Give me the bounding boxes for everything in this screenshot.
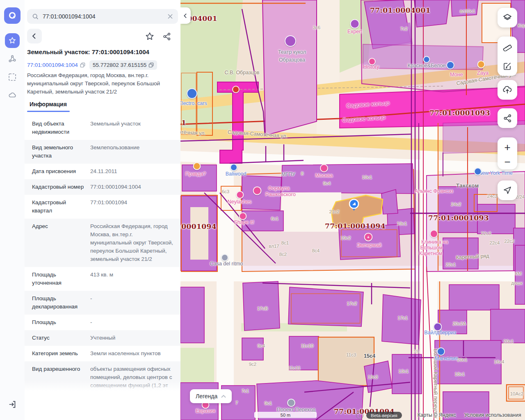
- table-row: Кадастровый квартал 77:01:0001094: [25, 195, 180, 219]
- page-title: Земельный участок: 77:01:0001094:1004: [27, 48, 175, 55]
- legend-label: Легенда: [196, 393, 217, 399]
- attribute-label: Адрес: [32, 222, 85, 263]
- cadastral-number-value: 77:01:0001094:1004: [27, 62, 78, 68]
- ruler-icon: [502, 41, 512, 51]
- logo-bubble-icon: [7, 11, 17, 21]
- terms-of-use-link[interactable]: Условия использования: [464, 412, 521, 418]
- locate-button[interactable]: [498, 180, 517, 200]
- sidebar-item-objects[interactable]: [4, 51, 21, 67]
- tab-underline: [27, 111, 70, 112]
- attribute-label: Кадастровый квартал: [32, 199, 85, 215]
- sign-in-button[interactable]: [4, 396, 21, 413]
- zoom-out-button[interactable]: −: [498, 155, 517, 169]
- legend-button[interactable]: Легенда: [190, 389, 232, 403]
- info-icon[interactable]: i: [356, 412, 363, 419]
- upload-button[interactable]: [498, 80, 517, 100]
- star-icon: [8, 37, 16, 45]
- attribute-value: Российская Федерация, город Москва, вн.т…: [90, 222, 176, 263]
- table-row: Вид земельного участка Землепользование: [25, 140, 180, 164]
- map-copyright[interactable]: Карты © Яндекс: [418, 412, 456, 418]
- attribute-label: Площадь декларированная: [32, 294, 85, 311]
- cloud-icon: [8, 91, 17, 100]
- back-button[interactable]: [27, 29, 42, 43]
- attribute-value: 77:01:0001094: [90, 199, 176, 215]
- search-icon: [32, 13, 39, 20]
- share-nodes-icon: [503, 114, 512, 123]
- upload-control[interactable]: [498, 80, 517, 100]
- measure-button[interactable]: [498, 37, 517, 56]
- attribute-label: Статус: [32, 334, 85, 342]
- share-map-button[interactable]: [498, 108, 517, 128]
- copy-icon[interactable]: [80, 62, 85, 68]
- layers-control[interactable]: [498, 8, 517, 27]
- edit-icon: [502, 61, 512, 71]
- app-logo[interactable]: [4, 7, 21, 24]
- chevron-left-icon: [31, 33, 38, 39]
- attribute-value: Учтенный: [90, 334, 176, 342]
- map-canvas[interactable]: 77:01:000400177:01:000400177:01:00010937…: [180, 0, 525, 420]
- layers-button[interactable]: [498, 8, 517, 27]
- zoom-in-button[interactable]: +: [498, 137, 517, 157]
- clear-search-icon[interactable]: [167, 14, 173, 19]
- navigation-arrow-icon: [502, 185, 512, 195]
- table-row: Площадь -: [25, 315, 180, 330]
- chevron-up-icon: [221, 395, 226, 398]
- table-row: Площадь декларированная -: [25, 291, 180, 315]
- table-row: Адрес Российская Федерация, город Москва…: [25, 219, 180, 267]
- share-nodes-icon: [162, 32, 171, 41]
- attribute-value: 413 кв. м: [90, 271, 176, 287]
- parcel-info-panel: 77:01:0001094:1004 Земельный участок: 77…: [25, 0, 180, 420]
- attribute-label: Вид земельного участка: [32, 144, 85, 160]
- chevron-left-icon: [183, 13, 188, 18]
- dashed-square-icon: [8, 73, 16, 81]
- edit-button[interactable]: [498, 56, 517, 76]
- copy-icon[interactable]: [148, 62, 154, 68]
- star-icon: [145, 32, 155, 41]
- icon-rail: [0, 0, 25, 420]
- locate-control[interactable]: [498, 180, 517, 200]
- beta-badge: Beta-версия: [366, 412, 402, 419]
- share-button[interactable]: [162, 31, 172, 42]
- attributes-table: Вид объекта недвижимости Земельный участ…: [25, 116, 180, 393]
- attribute-label: Площадь уточненная: [32, 271, 85, 287]
- map-scale-bar: 50 m: [254, 412, 317, 418]
- attribute-value: 77:01:0001094:1004: [90, 183, 176, 191]
- sidebar-item-selection[interactable]: [4, 69, 21, 85]
- attribute-value: Землепользование: [90, 144, 176, 160]
- scale-label: 50 m: [281, 413, 290, 418]
- coordinates-chip[interactable]: 55.772802 37.615155: [89, 60, 157, 70]
- attribute-value: 24.11.2011: [90, 167, 176, 176]
- attribute-value: -: [90, 318, 176, 326]
- attribute-label: Дата присвоения: [32, 167, 85, 176]
- tools-control: [498, 37, 517, 76]
- table-row: Вид объекта недвижимости Земельный участ…: [25, 116, 180, 140]
- cadastral-number-chip[interactable]: 77:01:0001094:1004: [27, 62, 85, 68]
- polygon-nodes-icon: [8, 55, 17, 64]
- table-row: Статус Учтенный: [25, 330, 180, 346]
- zoom-control: + −: [498, 137, 517, 169]
- attribute-value: -: [90, 294, 176, 311]
- layers-icon: [502, 13, 512, 23]
- sign-in-icon: [8, 400, 17, 409]
- table-row: Площадь уточненная 413 кв. м: [25, 267, 180, 291]
- attribute-label: Кадастровый номер: [32, 183, 85, 191]
- table-row: Кадастровый номер 77:01:0001094:1004: [25, 179, 180, 195]
- share-map-control[interactable]: [498, 108, 517, 128]
- tab-information[interactable]: Информация: [30, 101, 67, 107]
- cloud-upload-icon: [502, 84, 513, 95]
- attribute-value: Земли населенных пунктов: [90, 349, 176, 358]
- sidebar-item-favorites[interactable]: [5, 33, 20, 48]
- search-bar[interactable]: 77:01:0001094:1004: [27, 9, 178, 24]
- cadastre-app: 77:01:0001094:1004 Земельный участок: 77…: [0, 0, 525, 420]
- sidebar-item-cloud[interactable]: [4, 87, 21, 103]
- attribute-label: Вид объекта недвижимости: [32, 120, 85, 136]
- coordinates-value: 55.772802 37.615155: [93, 62, 146, 68]
- attribute-label: Площадь: [32, 318, 85, 326]
- attribute-value: Земельный участок: [90, 120, 176, 136]
- favorite-button[interactable]: [144, 31, 155, 42]
- attribute-value: объекты размещения офисных помещений, де…: [90, 365, 176, 390]
- collapse-panel-button[interactable]: [180, 7, 191, 24]
- search-input[interactable]: 77:01:0001094:1004: [43, 13, 164, 20]
- table-row: Вид разрешенного объекты размещения офис…: [25, 361, 180, 393]
- table-row: Категория земель Земли населенных пункто…: [25, 346, 180, 361]
